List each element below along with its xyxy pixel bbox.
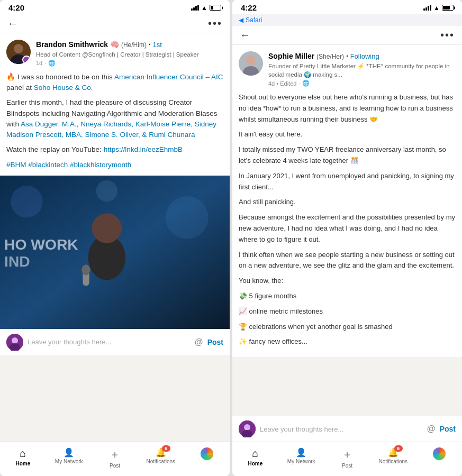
post-meta-brandon: 1d · 🌐: [36, 60, 223, 67]
svg-point-5: [11, 186, 43, 218]
comment-bar-right: Leave your thoughts here... @ Post: [232, 416, 462, 442]
author-name-brandon: Brandon Smithwrick 🧠 (He/Him) · 1st: [36, 40, 223, 50]
tab-profile-right[interactable]: [416, 445, 462, 471]
notifications-icon-right: 🔔 6: [388, 447, 398, 457]
status-bar-right: 4:22 ▲: [232, 0, 462, 14]
home-label-right: Home: [248, 461, 263, 466]
tab-bar-left: ⌂ Home 👤 My Network ＋ Post 🔔 6 Notificat…: [0, 442, 230, 476]
notifications-label-left: Notifications: [147, 459, 175, 464]
tab-profile-left[interactable]: [184, 445, 230, 471]
post-card-brandon: Brandon Smithwrick 🧠 (He/Him) · 1st Head…: [0, 33, 230, 355]
wifi-icon-left: ▲: [201, 4, 207, 12]
tab-notifications-right[interactable]: 🔔 6 Notifications: [370, 445, 416, 471]
svg-point-13: [81, 264, 90, 275]
at-icon-left[interactable]: @: [194, 337, 203, 347]
network-label-left: My Network: [55, 459, 83, 464]
post-header-brandon: Brandon Smithwrick 🧠 (He/Him) · 1st Head…: [0, 33, 230, 67]
svg-point-3: [24, 57, 29, 62]
profile-icon-left: [201, 447, 213, 460]
network-icon-right: 👤: [296, 447, 306, 457]
feed-right[interactable]: Sophie Miller (She/Her) · Following Foun…: [232, 45, 462, 416]
home-label-left: Home: [16, 461, 31, 466]
comment-avatar-right: [239, 420, 256, 437]
at-icon-right[interactable]: @: [427, 424, 435, 434]
post-button-right[interactable]: Post: [440, 425, 456, 433]
svg-point-1: [14, 44, 23, 53]
signal-icon-left: [191, 5, 199, 11]
battery-icon-left: [210, 5, 221, 11]
time-right: 4:22: [241, 3, 257, 12]
tab-post-right[interactable]: ＋ Post: [324, 445, 370, 471]
tab-network-left[interactable]: 👤 My Network: [46, 445, 92, 471]
status-bar-left: 4:20 ▲: [0, 0, 230, 14]
post-image-brandon: HO WORK IND: [0, 176, 230, 329]
svg-point-11: [92, 213, 122, 243]
comment-bar-left: Leave your thoughts here... @ Post: [0, 329, 230, 355]
avatar-sophie[interactable]: [239, 51, 263, 76]
avatar-ring-brandon: [22, 56, 31, 64]
tab-post-left[interactable]: ＋ Post: [92, 445, 138, 471]
signal-icon-right: [423, 5, 431, 11]
left-phone: 4:20 ▲ ← •••: [0, 0, 230, 476]
post-header-sophie: Sophie Miller (She/Her) · Following Foun…: [232, 45, 462, 87]
status-icons-right: ▲: [423, 4, 454, 12]
post-meta-sophie: 4d • Edited · 🌐: [268, 80, 456, 87]
svg-point-15: [12, 337, 18, 344]
svg-point-6: [166, 196, 209, 239]
feed-left[interactable]: Brandon Smithwrick 🧠 (He/Him) · 1st Head…: [0, 33, 230, 442]
svg-point-18: [246, 56, 256, 65]
time-left: 4:20: [8, 3, 24, 12]
back-button-left[interactable]: ←: [7, 17, 18, 30]
battery-icon-right: [442, 5, 454, 11]
tab-home-right[interactable]: ⌂ Home: [232, 445, 278, 471]
network-label-right: My Network: [287, 459, 315, 464]
tab-notifications-left[interactable]: 🔔 6 Notifications: [138, 445, 184, 471]
post-icon-right: ＋: [342, 447, 352, 462]
author-title-sophie: Founder of Pretty Little Marketer ⚡ *THE…: [268, 62, 456, 79]
tab-network-right[interactable]: 👤 My Network: [278, 445, 324, 471]
home-icon-right: ⌂: [252, 447, 258, 460]
avatar-brandon[interactable]: [6, 40, 31, 64]
nav-bar-right: ← •••: [232, 26, 462, 45]
notifications-label-right: Notifications: [379, 459, 407, 464]
author-title-brandon: Head of Content @Songfinch | Creator | S…: [36, 50, 223, 59]
comment-input-left[interactable]: Leave your thoughts here...: [28, 338, 190, 346]
status-icons-left: ▲: [191, 4, 221, 12]
more-button-right[interactable]: •••: [440, 29, 455, 41]
more-button-left[interactable]: •••: [208, 17, 222, 30]
post-label-left: Post: [110, 463, 120, 469]
author-info-brandon: Brandon Smithwrick 🧠 (He/Him) · 1st Head…: [36, 40, 223, 67]
home-icon-left: ⌂: [20, 447, 26, 460]
tab-bar-right: ⌂ Home 👤 My Network ＋ Post 🔔 6 Notificat…: [232, 442, 462, 476]
wifi-icon-right: ▲: [433, 4, 440, 12]
comment-avatar-left: [6, 334, 23, 351]
network-icon-left: 👤: [64, 447, 74, 457]
profile-icon-right: [433, 447, 446, 460]
svg-point-7: [96, 180, 117, 202]
safari-bar: ◀ Safari: [232, 14, 462, 26]
svg-point-21: [244, 424, 250, 431]
post-button-left[interactable]: Post: [207, 338, 223, 346]
post-body-brandon: 🔥 I was so honored to be on this America…: [0, 67, 230, 176]
post-body-sophie: Shout out to everyone else out here who'…: [232, 87, 462, 357]
browser-label[interactable]: Safari: [246, 16, 262, 24]
notification-badge-left: 6: [162, 445, 170, 452]
svg-text:IND: IND: [4, 253, 30, 270]
author-info-sophie: Sophie Miller (She/Her) · Following Foun…: [268, 51, 456, 87]
svg-text:HO WORK: HO WORK: [4, 236, 78, 253]
author-name-sophie: Sophie Miller (She/Her) · Following: [268, 51, 456, 61]
comment-input-right[interactable]: Leave your thoughts here...: [260, 425, 422, 433]
tab-home-left[interactable]: ⌂ Home: [0, 445, 46, 471]
notification-badge-right: 6: [394, 445, 403, 452]
post-label-right: Post: [342, 463, 352, 469]
nav-bar-left: ← •••: [0, 14, 230, 33]
notifications-icon-left: 🔔 6: [156, 447, 166, 457]
post-icon-left: ＋: [110, 447, 120, 462]
right-phone: 4:22 ▲ ◀ Safari ← •••: [232, 0, 462, 476]
back-button-right[interactable]: ←: [240, 29, 250, 41]
post-card-sophie: Sophie Miller (She/Her) · Following Foun…: [232, 45, 462, 357]
